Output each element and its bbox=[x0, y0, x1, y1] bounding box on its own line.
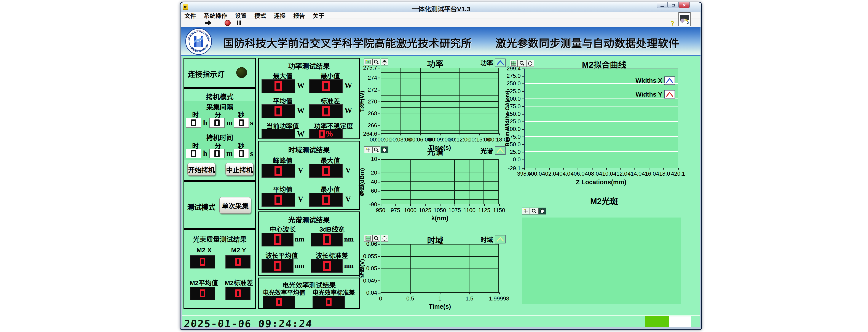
time-max-display bbox=[309, 164, 343, 178]
m2-spot-display[interactable] bbox=[522, 218, 681, 304]
spec-std-unit: nm bbox=[344, 262, 353, 270]
front-panel: 连接指示灯 拷机模式 采集间隔 时 分 秒 h m s 拷机时间 时 分 秒 bbox=[182, 56, 700, 327]
spec-avg-label: 波长平均值 bbox=[261, 251, 302, 260]
single-acquire-button[interactable]: 单次采集 bbox=[219, 197, 251, 213]
abort-button[interactable] bbox=[224, 20, 230, 26]
spec-3db-unit: nm bbox=[344, 235, 353, 243]
spec-std-label: 波长标准差 bbox=[311, 251, 352, 260]
duration-s-unit: s bbox=[250, 149, 253, 158]
timedomain-ylabel: 幅度(V) bbox=[358, 254, 366, 284]
line-style-icon bbox=[495, 59, 505, 67]
power-instability-display: % bbox=[309, 129, 343, 139]
power-chart-legend[interactable]: 功率 bbox=[480, 58, 505, 67]
title-bar[interactable]: 一体化测试平台V1.3 × bbox=[181, 2, 701, 12]
power-std-display bbox=[309, 104, 343, 118]
power-x-axis: 00:00:0000:03:0000:06:0000:09:0000:12:00… bbox=[381, 136, 499, 143]
interval-s-unit: s bbox=[250, 118, 253, 127]
pause-button[interactable] bbox=[237, 21, 242, 25]
menu-connect[interactable]: 连接 bbox=[274, 11, 285, 20]
pan-hand-icon[interactable] bbox=[538, 207, 546, 214]
maximize-button[interactable] bbox=[668, 2, 679, 8]
efficiency-results-box: 电光效率测试结果 电光效率平均值 电光效率标准差 bbox=[258, 277, 360, 309]
power-min-display bbox=[309, 79, 343, 93]
burnin-inner-panel: 采集间隔 时 分 秒 h m s 拷机时间 时 分 秒 h m s bbox=[184, 101, 255, 160]
duration-sec-input[interactable] bbox=[234, 149, 249, 158]
spectrum-plot-area[interactable] bbox=[381, 159, 499, 204]
connection-indicator-box: 连接指示灯 bbox=[184, 58, 256, 88]
spectrum-results-title: 光谱测试结果 bbox=[259, 214, 359, 225]
software-title: 激光参数同步测量与自动数据处理软件 bbox=[496, 35, 679, 50]
screen: 一体化测试平台V1.3 × 文件 系统操作 设置 模式 连接 报告 关于 ? 2 bbox=[0, 0, 868, 332]
start-burnin-button[interactable]: 开始拷机 bbox=[187, 163, 216, 176]
spectrum-x-axis: 9509751000102510501075110011251150 bbox=[381, 207, 499, 213]
institute-title: 国防科技大学前沿交叉学科学院高能激光技术研究所 bbox=[223, 35, 472, 50]
spectrum-chart-legend[interactable]: 光谱 bbox=[480, 146, 505, 155]
spec-center-label: 中心波长 bbox=[263, 224, 302, 233]
m2-fit-chart: M2拟合曲线 299.4275.0250.0225.0200.0175.0150… bbox=[508, 56, 701, 190]
menu-system-ops[interactable]: 系统操作 bbox=[204, 11, 227, 20]
power-min-label: 最小值 bbox=[313, 71, 347, 80]
interval-hour-label: 时 bbox=[192, 109, 198, 119]
m2y-display bbox=[225, 255, 250, 268]
m2-spot-title: M2光斑 bbox=[508, 195, 701, 206]
interval-sec-input[interactable] bbox=[234, 118, 249, 128]
duration-min-input[interactable] bbox=[210, 149, 224, 158]
m2x-display bbox=[190, 255, 215, 268]
duration-h-unit: h bbox=[203, 149, 207, 158]
test-mode-label: 测试模式 bbox=[187, 202, 216, 212]
time-avg-display bbox=[261, 193, 295, 207]
burnin-mode-box: 拷机模式 采集间隔 时 分 秒 h m s 拷机时间 时 分 秒 h m bbox=[184, 88, 256, 181]
time-results-title: 时域测试结果 bbox=[259, 144, 359, 155]
minimize-button[interactable] bbox=[657, 2, 668, 8]
timedomain-plot-area[interactable] bbox=[381, 244, 499, 293]
m2y-label: M2 Y bbox=[227, 246, 250, 254]
m2-legend-y[interactable]: Widths Y bbox=[636, 90, 675, 99]
spectrum-xlabel: λ(nm) bbox=[381, 215, 499, 222]
menu-file[interactable]: 文件 bbox=[184, 11, 196, 20]
power-max-unit: W bbox=[297, 81, 305, 90]
time-max-label: 最大值 bbox=[313, 155, 347, 165]
time-min-display bbox=[309, 193, 343, 207]
power-results-box: 功率测试结果 最大值 最小值 W W 平均值 标准差 W W 当前功率值 功率不… bbox=[258, 58, 360, 139]
m2-plot-area[interactable]: Widths X Widths Y bbox=[524, 68, 678, 168]
duration-hour-input[interactable] bbox=[186, 149, 201, 158]
help-icon[interactable]: ? bbox=[671, 20, 674, 27]
time-pp-display bbox=[261, 164, 295, 178]
beam-quality-title: 光束质量测试结果 bbox=[184, 234, 255, 244]
power-max-label: 最大值 bbox=[266, 71, 300, 80]
interval-sec-label: 秒 bbox=[238, 109, 244, 119]
timedomain-chart-legend[interactable]: 时域 bbox=[480, 235, 505, 244]
legend-label: Widths Y bbox=[636, 91, 662, 98]
interval-hour-input[interactable] bbox=[186, 118, 201, 128]
m2-chart-title: M2拟合曲线 bbox=[508, 58, 701, 70]
m2x-label: M2 X bbox=[192, 246, 216, 254]
menu-settings[interactable]: 设置 bbox=[235, 11, 247, 20]
spec-center-display bbox=[261, 233, 293, 246]
spec-avg-display bbox=[261, 259, 293, 273]
interval-min-input[interactable] bbox=[210, 118, 224, 128]
minimize-icon bbox=[660, 6, 664, 7]
spec-3db-display bbox=[311, 233, 343, 246]
menu-mode[interactable]: 模式 bbox=[254, 11, 266, 20]
legend-label: 功率 bbox=[480, 58, 493, 67]
power-avg-unit: W bbox=[297, 106, 305, 115]
m2-spot-section: M2光斑 bbox=[508, 190, 701, 309]
beam-quality-box: 光束质量测试结果 M2 X M2 Y M2平均值 M2标准差 bbox=[184, 229, 256, 309]
power-plot-area[interactable] bbox=[381, 68, 499, 134]
progress-fill bbox=[645, 316, 670, 327]
m2std-label: M2标准差 bbox=[221, 277, 256, 287]
svg-text:2: 2 bbox=[687, 21, 689, 24]
spectrum-results-box: 光谱测试结果 中心波长 3dB线宽 nm nm 波长平均值 波长标准差 nm n… bbox=[258, 211, 360, 276]
run-button[interactable] bbox=[205, 20, 213, 26]
spectrum-chart: 光谱 光谱 10-20-40-60-90 9509751000102510501… bbox=[361, 143, 510, 233]
menu-about[interactable]: 关于 bbox=[313, 11, 324, 20]
stop-burnin-button[interactable]: 中止拷机 bbox=[225, 163, 253, 176]
m2-x-axis: 398.5400.0402.0404.0406.0408.0410.0412.0… bbox=[524, 170, 678, 177]
graph-palette-icon[interactable] bbox=[522, 207, 530, 214]
zoom-icon[interactable] bbox=[530, 207, 538, 214]
percent-sign: % bbox=[326, 129, 333, 138]
menu-report[interactable]: 报告 bbox=[293, 11, 305, 20]
legend-label: 光谱 bbox=[480, 146, 493, 155]
close-icon: × bbox=[683, 3, 686, 7]
close-button[interactable]: × bbox=[679, 2, 690, 8]
